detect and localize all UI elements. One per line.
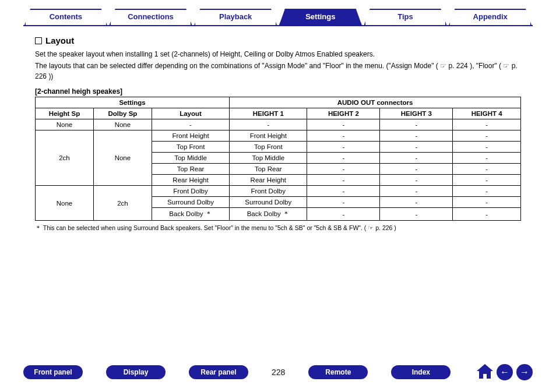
footnote-post: ) xyxy=(394,224,396,231)
cell-height2: - xyxy=(307,164,380,175)
cell-height4: - xyxy=(453,153,521,164)
cell-dolby-sp: None xyxy=(93,119,152,130)
section-title-text: Layout xyxy=(45,36,74,45)
cell-layout: - xyxy=(152,119,229,130)
para2-post: )) xyxy=(48,72,53,80)
para2-pre: The layouts that can be selected differ … xyxy=(35,62,438,70)
table-body: NoneNone-----2chNoneFront HeightFront He… xyxy=(36,119,521,221)
cell-height2: - xyxy=(307,153,380,164)
cell-height2: - xyxy=(307,130,380,142)
cell-height3: - xyxy=(380,186,453,197)
next-page-icon[interactable]: → xyxy=(516,364,533,380)
cell-height4: - xyxy=(453,197,521,208)
content: Layout Set the speaker layout when insta… xyxy=(0,26,556,232)
top-tabbar: Contents Connections Playback Settings T… xyxy=(23,0,533,26)
cell-layout: Top Middle xyxy=(152,153,229,164)
th-height1: HEIGHT 1 xyxy=(230,108,307,119)
cell-height4: - xyxy=(453,208,521,221)
pill-index[interactable]: Index xyxy=(391,365,451,379)
pill-front-panel[interactable]: Front panel xyxy=(23,365,83,379)
square-bullet-icon xyxy=(35,37,42,44)
cell-height-sp: 2ch xyxy=(36,130,94,186)
table-row: 2chNoneFront HeightFront Height--- xyxy=(36,130,521,142)
cell-height4: - xyxy=(453,142,521,153)
tab-settings[interactable]: Settings xyxy=(279,9,362,25)
th-height3: HEIGHT 3 xyxy=(380,108,453,119)
cell-height2: - xyxy=(307,208,380,221)
th-layout: Layout xyxy=(152,108,229,119)
tab-contents[interactable]: Contents xyxy=(24,9,107,25)
para-2: The layouts that can be selected differ … xyxy=(35,61,521,82)
cell-height3: - xyxy=(380,175,453,186)
cell-height1: Back Dolby ＊ xyxy=(230,208,307,221)
cell-layout: Front Height xyxy=(152,130,229,142)
table-header-row: Height Sp Dolby Sp Layout HEIGHT 1 HEIGH… xyxy=(36,108,521,119)
para2-mid: ), "Floor" ( xyxy=(470,62,501,70)
pill-rear-panel[interactable]: Rear panel xyxy=(189,365,248,379)
cell-height3: - xyxy=(380,119,453,130)
tab-tips[interactable]: Tips xyxy=(364,9,447,25)
tab-appendix[interactable]: Appendix xyxy=(449,9,532,25)
prev-page-icon[interactable]: ← xyxy=(497,364,513,380)
cell-height1: Top Rear xyxy=(230,164,307,175)
cell-height3: - xyxy=(380,130,453,142)
cell-height3: - xyxy=(380,197,453,208)
pill-display[interactable]: Display xyxy=(106,365,166,379)
cell-dolby-sp: 2ch xyxy=(93,186,152,221)
tab-playback[interactable]: Playback xyxy=(194,9,277,25)
cell-height-sp: None xyxy=(36,186,94,221)
cell-dolby-sp: None xyxy=(93,130,152,186)
cell-height2: - xyxy=(307,119,380,130)
th-audio-out: AUDIO OUT connectors xyxy=(230,97,521,108)
layout-table: Settings AUDIO OUT connectors Height Sp … xyxy=(35,97,521,221)
th-height2: HEIGHT 2 xyxy=(307,108,380,119)
th-dolby-sp: Dolby Sp xyxy=(93,108,152,119)
cell-height3: - xyxy=(380,164,453,175)
cell-height4: - xyxy=(453,119,521,130)
footnote-pre: ＊ This can be selected when using Surrou… xyxy=(35,224,366,231)
cell-height1: Rear Height xyxy=(230,175,307,186)
cell-height1: Top Front xyxy=(230,142,307,153)
page-number: 228 xyxy=(272,368,285,377)
cell-layout: Front Dolby xyxy=(152,186,229,197)
cell-layout: Surround Dolby xyxy=(152,197,229,208)
cell-height2: - xyxy=(307,197,380,208)
table-row: NoneNone----- xyxy=(36,119,521,130)
pointer-icon: ☞ xyxy=(503,61,509,71)
pointer-icon: ☞ xyxy=(440,61,446,71)
cell-layout: Top Front xyxy=(152,142,229,153)
section-title: Layout xyxy=(35,36,521,45)
footnote: ＊ This can be selected when using Surrou… xyxy=(35,224,521,232)
cell-height3: - xyxy=(380,153,453,164)
para2-ref1[interactable]: p. 224 xyxy=(448,62,467,70)
cell-height2: - xyxy=(307,175,380,186)
cell-height3: - xyxy=(380,142,453,153)
home-icon[interactable] xyxy=(477,364,493,380)
bottom-bar: Front panel Display Rear panel 228 Remot… xyxy=(0,364,556,380)
cell-height1: Front Dolby xyxy=(230,186,307,197)
cell-layout: Rear Height xyxy=(152,175,229,186)
table-header-group-row: Settings AUDIO OUT connectors xyxy=(36,97,521,108)
cell-height4: - xyxy=(453,130,521,142)
cell-height4: - xyxy=(453,175,521,186)
cell-height4: - xyxy=(453,186,521,197)
cell-height2: - xyxy=(307,142,380,153)
cell-height1: Surround Dolby xyxy=(230,197,307,208)
footnote-ref[interactable]: p. 226 xyxy=(375,224,392,231)
table-subtitle: [2-channel heigh speakes] xyxy=(35,87,521,96)
cell-height-sp: None xyxy=(36,119,94,130)
para-1: Set the speaker layout when installing 1… xyxy=(35,49,521,59)
cell-height1: Top Middle xyxy=(230,153,307,164)
th-height-sp: Height Sp xyxy=(36,108,94,119)
th-settings: Settings xyxy=(36,97,230,108)
cell-height2: - xyxy=(307,186,380,197)
nav-icons: ← → xyxy=(477,364,533,380)
cell-height1: Front Height xyxy=(230,130,307,142)
pill-remote[interactable]: Remote xyxy=(308,365,368,379)
tab-connections[interactable]: Connections xyxy=(110,9,192,25)
cell-layout: Back Dolby ＊ xyxy=(152,208,229,221)
cell-height3: - xyxy=(380,208,453,221)
cell-height1: - xyxy=(230,119,307,130)
cell-layout: Top Rear xyxy=(152,164,229,175)
th-height4: HEIGHT 4 xyxy=(453,108,521,119)
